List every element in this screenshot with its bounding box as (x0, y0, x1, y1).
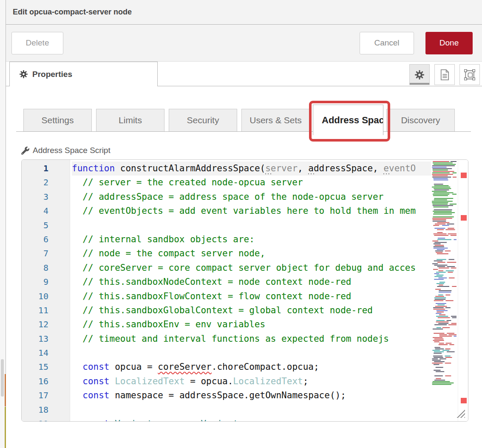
tab-address-space[interactable]: Address Space (313, 105, 383, 135)
code-line: // eventObjects = add event variables he… (72, 204, 431, 218)
line-number: 4 (22, 204, 70, 218)
line-number: 6 (22, 233, 70, 247)
appearance-icon-button[interactable] (459, 64, 480, 85)
workspace-scrollbar-thumb[interactable] (1, 359, 4, 397)
code-line: const namespace = addressSpace.getOwnNam… (72, 388, 431, 403)
code-line: // internal sandbox objects are: (72, 233, 431, 247)
editor-minimap[interactable] (431, 160, 458, 389)
line-number: 2 (22, 176, 70, 190)
line-number: 7 (22, 247, 70, 261)
tab-users-sets[interactable]: Users & Sets (241, 109, 310, 131)
line-number: 11 (22, 303, 70, 318)
done-button[interactable]: Done (425, 32, 473, 54)
code-line: // server = the created node-opcua serve… (72, 176, 431, 190)
workspace-edge (0, 0, 6, 448)
line-number: 1 (22, 162, 70, 176)
code-line (72, 403, 431, 417)
tray-body: SettingsLimitsSecurityUsers & SetsAddres… (6, 87, 482, 448)
code-line: // this.sandboxEnv = env variables (72, 318, 431, 332)
line-number: 17 (22, 388, 70, 403)
code-line: const LocalizedText = opcua.LocalizedTex… (72, 374, 431, 388)
editor-code-pane[interactable]: function constructAlarmAddressSpace(serv… (71, 160, 431, 421)
code-line: const Variant = opcua.Variant; (72, 417, 431, 421)
code-line: // coreServer = core compact server obje… (72, 261, 431, 275)
editor-gutter: 12345678910111213141516171819 (22, 160, 70, 421)
code-editor[interactable]: 12345678910111213141516171819 function c… (21, 159, 468, 422)
tab-security[interactable]: Security (169, 109, 237, 131)
gear-icon (415, 70, 424, 79)
line-number: 19 (22, 417, 70, 422)
dialog-title: Edit opcua-compact-server node (13, 8, 132, 17)
tray-icon-buttons (409, 64, 480, 85)
line-number: 18 (22, 403, 70, 417)
line-number: 16 (22, 374, 70, 388)
line-number: 10 (22, 289, 70, 303)
line-number: 15 (22, 360, 70, 374)
line-number: 5 (22, 218, 70, 233)
line-number: 9 (22, 275, 70, 289)
cancel-button[interactable]: Cancel (360, 32, 414, 54)
tray-tab-bar: Properties (6, 62, 482, 86)
code-line (72, 218, 431, 233)
code-line: // addressSpace = address space of the n… (72, 190, 431, 204)
tray-toolbar: Delete Cancel Done (6, 25, 482, 62)
line-number: 8 (22, 261, 70, 275)
error-marker (461, 398, 467, 403)
gear-icon (20, 70, 28, 78)
wrench-icon (21, 147, 29, 155)
line-number: 3 (22, 190, 70, 204)
tab-properties-label: Properties (32, 70, 72, 79)
code-line: // this.sandboxFlowContext = flow contex… (72, 289, 431, 303)
code-line: // timeout and interval functions as exp… (72, 332, 431, 346)
code-line: // node = the compact server node, (72, 247, 431, 261)
section-label-text: Address Space Script (33, 146, 111, 155)
error-marker (461, 173, 467, 178)
tray-header: Edit opcua-compact-server node (6, 0, 482, 25)
code-line: function constructAlarmAddressSpace(serv… (72, 162, 431, 176)
appearance-icon (464, 69, 475, 80)
edit-node-tray: Edit opcua-compact-server node Delete Ca… (6, 0, 482, 448)
description-icon-button[interactable] (434, 64, 455, 85)
editor-annotation-track[interactable] (458, 160, 468, 421)
code-line: // this.sandboxNodeContext = node contex… (72, 275, 431, 289)
node-config-tabs: SettingsLimitsSecurityUsers & SetsAddres… (16, 109, 471, 132)
code-line: const opcua = coreServer.choreCompact.op… (72, 360, 431, 374)
tab-settings[interactable]: Settings (23, 109, 92, 131)
code-line (72, 346, 431, 360)
tab-discovery[interactable]: Discovery (386, 109, 455, 131)
code-line: // this.sandboxGlobalContext = global co… (72, 303, 431, 318)
tab-limits[interactable]: Limits (96, 109, 164, 131)
delete-button[interactable]: Delete (11, 32, 63, 54)
line-number: 12 (22, 318, 70, 332)
section-label: Address Space Script (21, 146, 111, 155)
properties-icon-button[interactable] (409, 64, 430, 85)
error-marker (461, 215, 467, 221)
tab-properties[interactable]: Properties (9, 62, 158, 86)
line-number: 14 (22, 346, 70, 360)
document-icon (440, 69, 449, 80)
line-number: 13 (22, 332, 70, 346)
